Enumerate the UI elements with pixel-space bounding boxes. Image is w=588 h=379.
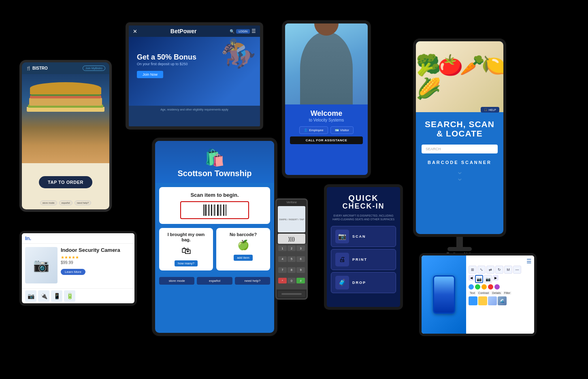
color-green[interactable] (475, 284, 480, 290)
key-1[interactable]: 1 (278, 245, 287, 251)
search-box[interactable]: SEARCH (422, 145, 498, 153)
drop-action[interactable]: 🧳 DROP (331, 272, 396, 293)
swatch-pattern[interactable] (488, 296, 497, 305)
config-tool-minus[interactable]: — (513, 266, 521, 274)
join-now-button[interactable]: Join Now (137, 71, 163, 78)
key-0[interactable]: 0 (288, 278, 296, 283)
swatch-blue[interactable] (469, 296, 477, 305)
key-hash[interactable]: # (296, 278, 305, 283)
endless-aisle-device: 🥦🍅🥕🍋🌽 🎧 HELP SEARCH, SCAN & LOCATE SEARC… (413, 38, 506, 237)
scan-icon: 📷 (335, 230, 349, 243)
print-action[interactable]: 🖨 PRINT (331, 249, 396, 270)
thumbnail-2[interactable]: 🔌 (38, 290, 49, 302)
text-tool[interactable]: Text (469, 291, 476, 295)
contrast-tool[interactable]: Contrast (477, 291, 490, 295)
help-label: HELP (489, 109, 496, 111)
checkout-store-mode-button[interactable]: store mode (159, 277, 194, 285)
filter-tool[interactable]: Filter (503, 291, 512, 295)
swatch-image[interactable]: 🌊 (498, 296, 507, 305)
swatch-yellow[interactable] (478, 296, 487, 305)
search-icon[interactable]: 🔍 (230, 29, 234, 34)
checkout-header: 🛍️ Scottson Township (155, 141, 274, 183)
close-icon[interactable]: ✕ (133, 28, 137, 34)
product-details: Indoor Security Camera ★★★★★ $99.99 Lear… (61, 247, 131, 285)
visitor-icon: 🪪 (335, 128, 339, 132)
how-many-button[interactable]: how many? (175, 260, 198, 266)
scan-action[interactable]: 📷 SCAN (331, 226, 396, 247)
config-menu-icon[interactable]: ☰ (526, 258, 532, 264)
loyalty-device: ✕ BetPower 🔍 LOGIN ☰ 🏇 Get a 50% Bonus O… (126, 22, 263, 130)
thumbnail-1[interactable]: 📷 (25, 290, 36, 302)
loyalty-hero: 🏇 Get a 50% Bonus On your first deposit … (129, 37, 260, 106)
endless-screen-wrapper: 🥦🍅🥕🍋🌽 🎧 HELP SEARCH, SCAN & LOCATE SEARC… (416, 41, 503, 234)
config-tool-crop[interactable]: ⊞ (469, 266, 477, 274)
config-camera2-icon[interactable]: 📷 (484, 275, 492, 283)
checkout-screen: 🛍️ Scottson Township Scan item to begin. (155, 141, 274, 333)
welcome-subtitle: to Velocity Systems (290, 118, 363, 122)
menu-icon[interactable]: ☰ (251, 28, 256, 34)
details-tool[interactable]: Details (491, 291, 502, 295)
product-content: 📷 Indoor Security Camera ★★★★★ $99.99 Le… (22, 244, 134, 288)
product-price: $99.99 (61, 260, 131, 265)
config-right-icon[interactable]: ▶ (493, 275, 499, 281)
espanol-button[interactable]: español (59, 200, 72, 205)
tap-to-order-button[interactable]: TAP TO ORDER (39, 176, 92, 188)
bag-icon: 🛍 (163, 245, 209, 256)
config-tool-flip[interactable]: ⇄ (486, 266, 494, 274)
betpower-title: BetPower (170, 28, 197, 34)
key-2[interactable]: 2 (288, 245, 296, 251)
virtual-content: Welcome to Velocity Systems 👤 Employee 🪪… (285, 104, 368, 149)
key-5[interactable]: 5 (288, 256, 296, 262)
thumbnail-3[interactable]: 📱 (51, 290, 62, 302)
config-left-icon[interactable]: ◀ (469, 275, 474, 281)
checkout-espanol-button[interactable]: español (197, 277, 232, 285)
scan-area: Scan item to begin. (159, 187, 270, 224)
tablet-stand-pole (456, 234, 463, 248)
learn-more-button[interactable]: Learn More (61, 269, 85, 275)
config-tool-rotate[interactable]: ↻ (495, 266, 503, 274)
config-tool-resize[interactable]: ⤡ (477, 266, 486, 274)
key-4[interactable]: 4 (278, 256, 287, 262)
config-camera-color-icon[interactable]: 📷 (475, 275, 483, 283)
need-help-button[interactable]: need help? (75, 200, 92, 205)
config-options-panel: ☰ ⊞ ⤡ ⇄ ↻ M — ◀ 📷 📷 ▶ (466, 256, 534, 334)
barcode-bar (223, 204, 224, 216)
barcode-option-text: No barcode? (220, 232, 266, 237)
join-mybistro-button[interactable]: Join MyBistro (83, 66, 105, 71)
add-item-button[interactable]: add item (234, 255, 253, 261)
key-9[interactable]: 9 (296, 267, 305, 273)
call-assistance-button[interactable]: CALL FOR ASSISTANCE (290, 136, 363, 144)
thumbnail-4[interactable]: 🔋 (64, 290, 75, 302)
employee-button[interactable]: 👤 Employee (299, 126, 328, 134)
card-slot-visual (281, 293, 302, 295)
barcode-bar (209, 204, 210, 216)
config-tool-mirror[interactable]: M (504, 266, 512, 274)
key-7[interactable]: 7 (278, 267, 287, 273)
login-button[interactable]: LOGIN (236, 29, 250, 34)
help-button[interactable]: 🎧 HELP (481, 107, 499, 113)
color-blue[interactable] (469, 284, 474, 290)
key-6[interactable]: 6 (296, 256, 305, 262)
product-configurator-device: ☰ ⊞ ⤡ ⇄ ↻ M — ◀ 📷 📷 ▶ (419, 253, 537, 336)
color-purple[interactable] (494, 284, 500, 290)
apple-icon: 🍏 (220, 239, 266, 251)
checkout-help-button[interactable]: need help? (235, 277, 270, 285)
self-order-device: 🍴 BISTRO Join MyBistro TAP TO ORDER stor… (19, 60, 112, 212)
headphone-icon: 🎧 (484, 108, 488, 111)
key-3[interactable]: 3 (296, 245, 305, 251)
color-red[interactable] (488, 284, 493, 290)
key-star[interactable]: * (278, 278, 287, 283)
age-disclaimer: Age, residency and other eligibility req… (129, 106, 260, 113)
store-mode-button[interactable]: store mode (40, 200, 57, 205)
key-8[interactable]: 8 (288, 267, 296, 273)
barcode-space (207, 204, 208, 216)
configurator-screen: ☰ ⊞ ⤡ ⇄ ↻ M — ◀ 📷 📷 ▶ (422, 256, 534, 334)
horse-jockey-icon: 🏇 (221, 37, 256, 70)
visitor-button[interactable]: 🪪 Visitor (330, 126, 354, 134)
color-orange[interactable] (481, 284, 487, 290)
welcome-title: Welcome (290, 109, 363, 118)
checkin-title-area: QUICK CHECK-IN EVERY AIRCRAFT IS DISINFE… (327, 187, 400, 224)
barcode-bar (203, 204, 204, 216)
drop-icon: 🧳 (335, 276, 349, 290)
barcode-space (210, 204, 211, 216)
